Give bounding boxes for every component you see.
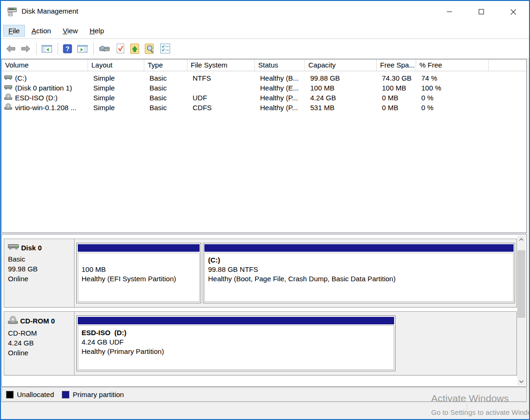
cd-rom-0-label-panel[interactable]: CD-ROM 0 CD-ROM 4.24 GB Online [4, 312, 75, 375]
disk-0-row: Disk 0 Basic 99.98 GB Online 100 MB Heal… [4, 239, 517, 308]
explore-folder-search-icon[interactable] [143, 42, 157, 55]
table-row[interactable]: ESD-ISO (D:) Simple Basic UDF Healthy (P… [2, 93, 526, 103]
volumes-list-header: Volume Layout Type File System Status Ca… [2, 60, 526, 71]
column-header-empty[interactable] [489, 60, 526, 71]
cell-free-space: 74.30 GB [377, 73, 416, 83]
legend-item-unallocated: Unallocated [6, 390, 54, 398]
table-row[interactable]: virtio-win-0.1.208 ... Simple Basic CDFS… [2, 103, 526, 112]
toolbar: ? [1, 39, 529, 59]
column-header-free-space[interactable]: Free Spa... [377, 60, 416, 71]
partition-name: ESD-ISO (D:) [82, 328, 394, 338]
toolbar-separator [93, 43, 94, 55]
rescan-disks-icon[interactable] [97, 43, 112, 54]
open-folder-up-icon[interactable] [128, 42, 141, 55]
table-row[interactable]: (Disk 0 partition 1) Simple Basic Health… [2, 83, 526, 93]
cell-layout: Simple [88, 93, 144, 103]
volume-name: (C:) [15, 73, 27, 83]
cell-percent-free: 100 % [416, 83, 489, 93]
status-bar-divider [467, 404, 467, 411]
column-header-layout[interactable]: Layout [88, 60, 144, 71]
properties-list-icon[interactable] [158, 42, 172, 55]
column-header-status[interactable]: Status [255, 60, 305, 71]
menu-file[interactable]: File [3, 25, 25, 37]
cell-type: Basic [144, 73, 187, 83]
cell-free-space: 0 MB [377, 93, 416, 103]
disk-name: CD-ROM 0 [20, 317, 55, 325]
scroll-up-icon[interactable] [517, 235, 525, 243]
cell-layout: Simple [88, 73, 144, 83]
cell-capacity: 531 MB [305, 103, 377, 112]
partition-color-band [204, 244, 514, 252]
check-volume-icon[interactable] [114, 42, 127, 55]
show-action-pane-icon[interactable] [75, 43, 90, 54]
table-row[interactable]: (C:) Simple Basic NTFS Healthy (B... 99.… [2, 73, 526, 83]
partition-d-esd-iso[interactable]: ESD-ISO (D:) 4.24 GB UDF Healthy (Primar… [76, 315, 396, 371]
partition-efi-system[interactable]: 100 MB Healthy (EFI System Partition) [76, 243, 201, 303]
disk-icon [8, 243, 19, 252]
column-header-percent-free[interactable]: % Free [416, 60, 489, 71]
title-bar[interactable]: Disk Management [1, 1, 529, 22]
partition-color-band [78, 244, 200, 252]
scrollbar-thumb[interactable] [517, 250, 525, 318]
cell-layout: Simple [88, 103, 144, 112]
toolbar-separator [58, 43, 58, 55]
column-header-file-system[interactable]: File System [187, 60, 255, 71]
cell-status: Healthy (B... [255, 73, 305, 83]
volumes-list-body: (C:) Simple Basic NTFS Healthy (B... 99.… [2, 71, 526, 112]
volume-name: ESD-ISO (D:) [15, 93, 58, 103]
maximize-button[interactable] [465, 1, 497, 22]
cell-file-system [187, 83, 255, 93]
cell-file-system: NTFS [187, 73, 255, 83]
disk-type: Basic [8, 254, 74, 264]
forward-icon[interactable] [19, 44, 32, 54]
partition-c[interactable]: (C:) 99.88 GB NTFS Healthy (Boot, Page F… [203, 243, 515, 303]
partition-name [82, 255, 199, 265]
volumes-list: Volume Layout Type File System Status Ca… [1, 59, 527, 233]
column-header-type[interactable]: Type [144, 60, 187, 71]
vertical-scrollbar[interactable] [517, 235, 525, 385]
disk-size: 4.24 GB [8, 338, 74, 348]
window-title: Disk Management [22, 7, 78, 15]
disk-status: Online [8, 274, 74, 284]
disk-management-window: Disk Management File Action View Help [0, 0, 530, 420]
cd-icon [4, 103, 13, 112]
cell-type: Basic [144, 103, 187, 112]
cell-capacity: 4.24 GB [305, 93, 377, 103]
cell-status: Healthy (E... [255, 83, 305, 93]
minimize-button[interactable] [433, 1, 465, 22]
cell-status: Healthy (P... [255, 103, 305, 112]
cell-type: Basic [144, 93, 187, 103]
legend-label: Unallocated [17, 390, 54, 398]
svg-text:?: ? [66, 45, 70, 52]
toolbar-separator [36, 43, 37, 55]
menu-action[interactable]: Action [26, 25, 56, 37]
partition-size: 4.24 GB UDF [82, 338, 394, 347]
disk-type: CD-ROM [8, 328, 74, 338]
back-icon[interactable] [4, 44, 17, 54]
cd-rom-0-row: CD-ROM 0 CD-ROM 4.24 GB Online ESD-ISO (… [4, 311, 517, 375]
graphical-view: Disk 0 Basic 99.98 GB Online 100 MB Heal… [1, 234, 527, 387]
disk-name: Disk 0 [21, 244, 42, 252]
cd-icon [4, 93, 13, 103]
menu-view[interactable]: View [58, 25, 83, 37]
primary-partition-swatch [62, 391, 69, 398]
cd-row-empty-area [397, 315, 515, 371]
scroll-down-icon[interactable] [517, 377, 525, 385]
drive-icon [4, 73, 13, 83]
partition-name: (C:) [208, 255, 513, 265]
partition-color-band [78, 317, 394, 324]
close-button[interactable] [497, 1, 529, 22]
menu-help[interactable]: Help [84, 25, 109, 37]
cd-rom-0-partitions: ESD-ISO (D:) 4.24 GB UDF Healthy (Primar… [75, 312, 516, 375]
disk-0-label-panel[interactable]: Disk 0 Basic 99.98 GB Online [4, 239, 75, 307]
legend-bar: Unallocated Primary partition [1, 387, 527, 402]
column-header-capacity[interactable]: Capacity [305, 60, 377, 71]
cell-status: Healthy (P... [255, 93, 305, 103]
help-icon[interactable]: ? [61, 43, 74, 54]
cell-capacity: 100 MB [305, 83, 377, 93]
disk-status: Online [8, 348, 74, 358]
show-console-tree-icon[interactable] [40, 43, 54, 54]
column-header-volume[interactable]: Volume [2, 60, 88, 71]
partition-size: 99.88 GB NTFS [208, 265, 513, 274]
unallocated-swatch [6, 391, 14, 398]
